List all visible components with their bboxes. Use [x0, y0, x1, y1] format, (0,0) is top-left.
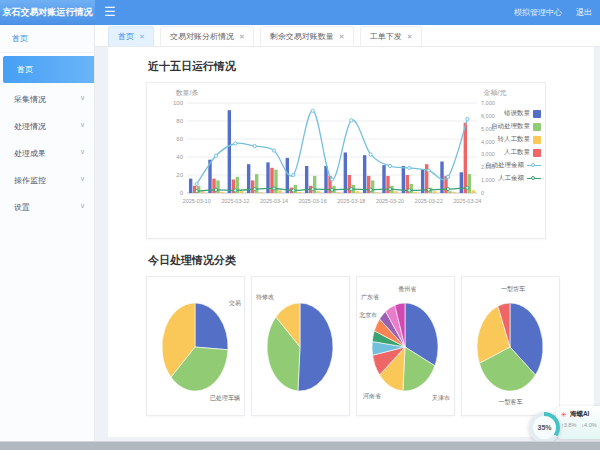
- legend-item-2[interactable]: 转人工数量: [498, 135, 542, 144]
- chart-legend: 错误数量自动处理数量转人工数量人工数量自动处理金额人工金额: [485, 109, 541, 183]
- pie-card-0: 交易已处理车辆: [146, 276, 245, 416]
- legend-label: 人工金额: [498, 174, 524, 183]
- chevron-down-icon: ∨: [80, 94, 85, 102]
- chevron-down-icon: ∨: [80, 148, 85, 156]
- window-bottom-band: [0, 441, 600, 450]
- sidebar-home-link[interactable]: 首页: [0, 25, 94, 53]
- tab-bar: 首页✕交易对账分析情况✕剩余交易对账数量✕工单下发✕: [95, 25, 600, 47]
- legend-square-icon: [533, 110, 541, 118]
- topbar-link-0[interactable]: 模拟管理中心: [514, 7, 562, 18]
- svg-text:2025-03-24: 2025-03-24: [453, 198, 481, 204]
- sidebar-item-4[interactable]: 操作监控∨: [0, 167, 94, 194]
- sidebar-item-label: 处理成果: [14, 149, 46, 158]
- svg-text:数量/条: 数量/条: [176, 89, 199, 96]
- svg-text:2025-03-14: 2025-03-14: [260, 198, 288, 204]
- close-icon[interactable]: ✕: [239, 33, 245, 41]
- legend-square-icon: [533, 149, 541, 157]
- svg-text:60: 60: [176, 136, 183, 142]
- svg-text:40: 40: [176, 154, 183, 160]
- topbar-link-1[interactable]: 退出: [576, 7, 592, 18]
- tab-label: 工单下发: [370, 31, 402, 42]
- sidebar-item-1[interactable]: 采集情况∨: [0, 86, 94, 113]
- svg-text:0: 0: [180, 190, 184, 196]
- sidebar-item-label: 首页: [17, 65, 33, 74]
- sidebar-menu: 首页采集情况∨处理情况∨处理成果∨操作监控∨设置∨: [0, 56, 94, 221]
- pie-card-2: 贵州省广东省北京市河南省天津市: [356, 276, 455, 416]
- legend-line-icon: [527, 178, 541, 179]
- pie-card-1: 待修改: [251, 276, 350, 416]
- pie-slice-label: 北京市: [359, 311, 377, 320]
- progress-gauge[interactable]: 35%: [529, 412, 560, 443]
- tab-label: 交易对账分析情况: [170, 31, 234, 42]
- legend-item-4[interactable]: 自动处理金额: [485, 161, 541, 170]
- topbar: 京石交易对账运行情况 ☰ 模拟管理中心退出: [0, 0, 600, 25]
- pie-slice-label: 河南省: [363, 392, 381, 401]
- tab-0[interactable]: 首页✕: [108, 26, 154, 46]
- chevron-down-icon: ∨: [80, 175, 85, 183]
- legend-line-icon: [527, 165, 541, 166]
- pie-slice-label: 一型客车: [499, 398, 523, 407]
- topbar-links: 模拟管理中心退出: [514, 0, 592, 25]
- tab-label: 剩余交易对账数量: [270, 31, 334, 42]
- sidebar-item-3[interactable]: 处理成果∨: [0, 140, 94, 167]
- ai-widget-name: 海螺AI: [570, 410, 590, 419]
- ai-assistant-widget[interactable]: ✳ 海螺AI ↑3.8% ↓4.0%: [556, 406, 600, 439]
- section-title-pies: 今日处理情况分类: [148, 253, 546, 268]
- menu-toggle-icon[interactable]: ☰: [104, 4, 116, 19]
- section-title-run-chart: 近十五日运行情况: [148, 59, 546, 74]
- ai-stat-down: ↓4.0%: [581, 422, 596, 428]
- sidebar-item-label: 设置: [14, 203, 30, 212]
- close-icon[interactable]: ✕: [139, 33, 145, 41]
- close-icon[interactable]: ✕: [407, 33, 413, 41]
- svg-text:0: 0: [481, 190, 484, 196]
- svg-text:7,000: 7,000: [481, 100, 495, 106]
- app-window: 京石交易对账运行情况 ☰ 模拟管理中心退出 首页 首页采集情况∨处理情况∨处理成…: [0, 0, 600, 450]
- pie-slice-label: 天津市: [432, 394, 450, 403]
- legend-item-0[interactable]: 错误数量: [504, 109, 541, 118]
- pie-slice-label: 交易: [229, 299, 241, 308]
- tab-2[interactable]: 剩余交易对账数量✕: [260, 26, 354, 46]
- svg-text:80: 80: [176, 118, 183, 124]
- pie-slice-label: 已处理车辆: [210, 394, 240, 403]
- legend-item-5[interactable]: 人工金额: [498, 174, 541, 183]
- pie-slice-label: 贵州省: [398, 285, 416, 294]
- legend-item-3[interactable]: 人工数量: [504, 148, 541, 157]
- ai-asterisk-icon: ✳: [561, 411, 567, 419]
- chevron-down-icon: ∨: [80, 121, 85, 129]
- legend-square-icon: [533, 123, 541, 131]
- app-title: 京石交易对账运行情况: [0, 0, 95, 25]
- pie-card-3: 一型货车一型客车: [461, 276, 560, 416]
- svg-text:2025-03-18: 2025-03-18: [337, 198, 365, 204]
- legend-label: 转人工数量: [498, 135, 531, 144]
- sidebar-item-label: 操作监控: [14, 176, 46, 185]
- sidebar-item-0[interactable]: 首页: [3, 56, 94, 83]
- legend-label: 自动处理金额: [485, 161, 524, 170]
- legend-label: 错误数量: [504, 109, 530, 118]
- chevron-down-icon: ∨: [80, 202, 85, 210]
- sidebar-item-label: 采集情况: [14, 95, 46, 104]
- main-content: 近十五日运行情况 数量/条金额/元02040608010001,0002,000…: [108, 47, 594, 437]
- pie-slice-label: 待修改: [256, 293, 274, 302]
- svg-text:2025-03-16: 2025-03-16: [299, 198, 327, 204]
- svg-text:100: 100: [173, 100, 184, 106]
- pie-slice-label: 一型货车: [501, 285, 525, 294]
- pie-slice-label: 广东省: [361, 293, 379, 302]
- legend-item-1[interactable]: 自动处理数量: [491, 122, 541, 131]
- ai-stat-up: ↑3.8%: [561, 422, 576, 428]
- svg-text:2025-03-22: 2025-03-22: [415, 198, 443, 204]
- tab-3[interactable]: 工单下发✕: [360, 26, 422, 46]
- svg-text:2025-03-10: 2025-03-10: [183, 198, 211, 204]
- run-chart-card: 数量/条金额/元02040608010001,0002,0003,0004,00…: [146, 82, 546, 239]
- legend-square-icon: [533, 136, 541, 144]
- sidebar-item-5[interactable]: 设置∨: [0, 194, 94, 221]
- progress-gauge-value: 35%: [533, 416, 556, 439]
- tab-label: 首页: [118, 31, 134, 42]
- legend-label: 自动处理数量: [491, 122, 530, 131]
- close-icon[interactable]: ✕: [339, 33, 345, 41]
- tab-1[interactable]: 交易对账分析情况✕: [160, 26, 254, 46]
- svg-text:2025-03-20: 2025-03-20: [376, 198, 404, 204]
- sidebar: 首页 首页采集情况∨处理情况∨处理成果∨操作监控∨设置∨: [0, 25, 95, 441]
- pie-chart-3[interactable]: [462, 277, 559, 417]
- sidebar-item-label: 处理情况: [14, 122, 46, 131]
- sidebar-item-2[interactable]: 处理情况∨: [0, 113, 94, 140]
